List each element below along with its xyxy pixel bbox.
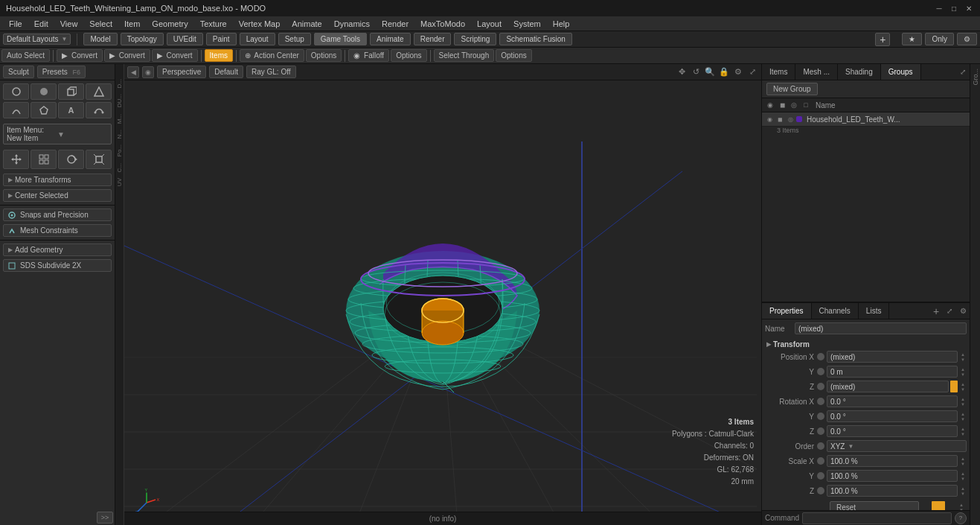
reset-up-icon[interactable]: ▲ [958, 502, 965, 507]
tab-mesh[interactable]: Mesh ... [795, 64, 838, 80]
options-button-2[interactable]: Options [391, 49, 426, 62]
select-through-button[interactable]: Select Through [434, 49, 495, 62]
up-arrow-s-icon[interactable]: ▲ [959, 456, 967, 461]
mesh-constraints-button[interactable]: Mesh Constraints [3, 224, 112, 237]
up-arrow-icon-2[interactable]: ▲ [959, 366, 967, 372]
settings-icon[interactable]: ⚙ [957, 33, 977, 45]
vert-strip-c[interactable]: C... [116, 163, 123, 172]
position-z-value[interactable]: (mixed) [827, 381, 949, 392]
menu-texture[interactable]: Texture [194, 18, 233, 30]
tab-channels[interactable]: Channels [812, 303, 859, 319]
up-arrow-r3-icon[interactable]: ▲ [959, 426, 967, 431]
menu-animate[interactable]: Animate [286, 18, 327, 30]
up-arrow-s2-icon[interactable]: ▲ [959, 471, 967, 476]
viewport-toggle-button[interactable]: ◀ [127, 66, 139, 78]
menu-system[interactable]: System [507, 18, 547, 30]
tab-properties[interactable]: Properties [762, 303, 812, 319]
up-arrow-r-icon[interactable]: ▲ [959, 396, 967, 401]
down-arrow-s3-icon[interactable]: ▼ [959, 491, 967, 496]
viewport-gear-icon[interactable]: ⚙ [732, 66, 744, 78]
tab-animate[interactable]: Animate [370, 33, 411, 45]
menu-vertexmap[interactable]: Vertex Map [233, 18, 286, 30]
nurbs-tool-button[interactable] [86, 102, 112, 118]
tab-scripting[interactable]: Scripting [454, 33, 496, 45]
menu-view[interactable]: View [54, 18, 84, 30]
snaps-button[interactable]: Snaps and Precision [3, 209, 112, 221]
down-arrow-s-icon[interactable]: ▼ [959, 461, 967, 466]
tab-shading[interactable]: Shading [838, 64, 881, 80]
add-property-button[interactable]: + [929, 305, 943, 318]
down-arrow-r3-icon[interactable]: ▼ [959, 431, 967, 436]
position-x-value[interactable]: (mixed) [827, 351, 958, 363]
scale-y-value[interactable]: 100.0 % [827, 470, 958, 482]
menu-layout[interactable]: Layout [471, 18, 507, 30]
tab-groups[interactable]: Groups [881, 64, 921, 80]
tab-model[interactable]: Model [83, 33, 117, 45]
scale-x-value[interactable]: 100.0 % [827, 455, 958, 467]
position-y-value[interactable]: 0 m [827, 366, 958, 378]
convert-button-2[interactable]: ▶ Convert [104, 49, 150, 62]
cmd-help-button[interactable]: ? [955, 512, 967, 524]
command-input[interactable] [802, 512, 952, 524]
scale-z-value[interactable]: 100.0 % [827, 485, 958, 497]
up-arrow-icon[interactable]: ▲ [959, 351, 967, 357]
tab-paint[interactable]: Paint [206, 33, 237, 45]
maximize-button[interactable]: □ [949, 3, 959, 13]
down-arrow-icon[interactable]: ▼ [959, 357, 967, 362]
rotation-z-value[interactable]: 0.0 ° [827, 425, 958, 437]
ray-gl-button[interactable]: Ray GL: Off [246, 66, 296, 78]
menu-geometry[interactable]: Geometry [146, 18, 193, 30]
add-layout-button[interactable]: + [875, 33, 890, 46]
viewport[interactable]: ◀ ◉ Perspective Default Ray GL: Off ✥ ↺ … [124, 64, 761, 525]
new-group-button[interactable]: New Group [766, 83, 818, 95]
sculpt-button[interactable]: Sculpt [3, 66, 34, 78]
scene-item-0[interactable]: ◉ ◼ ◎ Household_LED_Teeth_W... [762, 112, 970, 127]
falloff-button[interactable]: ◉ Falloff [348, 49, 389, 62]
viewport-arrows-icon[interactable]: ✥ [676, 66, 688, 78]
auto-select-button[interactable]: Auto Select [1, 49, 50, 62]
scene-icon2[interactable]: ◼ [775, 115, 784, 124]
menu-maxtomodo[interactable]: MaxToModo [414, 18, 471, 30]
tab-schematic[interactable]: Schematic Fusion [499, 33, 571, 45]
perspective-mode-button[interactable]: Perspective [157, 66, 206, 78]
down-arrow-r2-icon[interactable]: ▼ [959, 416, 967, 421]
expand-button[interactable]: >> [97, 512, 113, 524]
minimize-button[interactable]: ─ [934, 3, 944, 13]
menu-file[interactable]: File [3, 18, 28, 30]
text-tool-button[interactable]: A [58, 102, 84, 118]
star-button[interactable]: ★ [902, 33, 922, 45]
vert-strip-po[interactable]: Po... [116, 144, 123, 156]
scene-eye-icon[interactable]: ◉ [765, 115, 774, 124]
rotation-y-value[interactable]: 0.0 ° [827, 410, 958, 422]
viewport-eye-icon[interactable]: ◉ [142, 66, 154, 78]
item-menu-dropdown[interactable]: Item Menu: New Item ▼ [3, 124, 112, 144]
tab-layout[interactable]: Layout [240, 33, 275, 45]
tab-render[interactable]: Render [414, 33, 452, 45]
tab-topology[interactable]: Topology [121, 33, 164, 45]
center-selected-button[interactable]: ▶ Center Selected [3, 189, 112, 202]
gear-props-button[interactable]: ⚙ [956, 305, 970, 318]
down-arrow-icon-3[interactable]: ▼ [959, 386, 967, 392]
vert-strip-n[interactable]: N... [116, 130, 123, 139]
viewport-search-icon[interactable]: 🔍 [704, 66, 716, 78]
tab-uvedit[interactable]: UVEdit [167, 33, 203, 45]
rotate-tool-button[interactable] [58, 150, 84, 169]
polygon-tool-button[interactable] [31, 102, 57, 118]
menu-render[interactable]: Render [376, 18, 414, 30]
viewport-expand-icon[interactable]: ⤢ [746, 66, 758, 78]
grid-tool-button[interactable] [31, 150, 57, 169]
only-button[interactable]: Only [925, 33, 954, 45]
cone-tool-button[interactable] [86, 83, 112, 100]
up-arrow-icon-3[interactable]: ▲ [959, 381, 967, 386]
expand-panel-button[interactable]: ⤢ [956, 66, 970, 79]
menu-edit[interactable]: Edit [28, 18, 54, 30]
viewport-refresh-icon[interactable]: ↺ [690, 66, 702, 78]
tab-gametools[interactable]: Game Tools [314, 33, 367, 45]
curve-tool-button[interactable] [3, 102, 29, 118]
action-center-button[interactable]: ⊕ Action Center [240, 49, 304, 62]
close-button[interactable]: ✕ [964, 3, 974, 13]
layout-dropdown[interactable]: Default Layouts ▼ [3, 34, 71, 45]
viewport-lock-icon[interactable]: 🔒 [718, 66, 730, 78]
tab-setup[interactable]: Setup [278, 33, 311, 45]
reset-button[interactable]: Reset [830, 501, 919, 510]
